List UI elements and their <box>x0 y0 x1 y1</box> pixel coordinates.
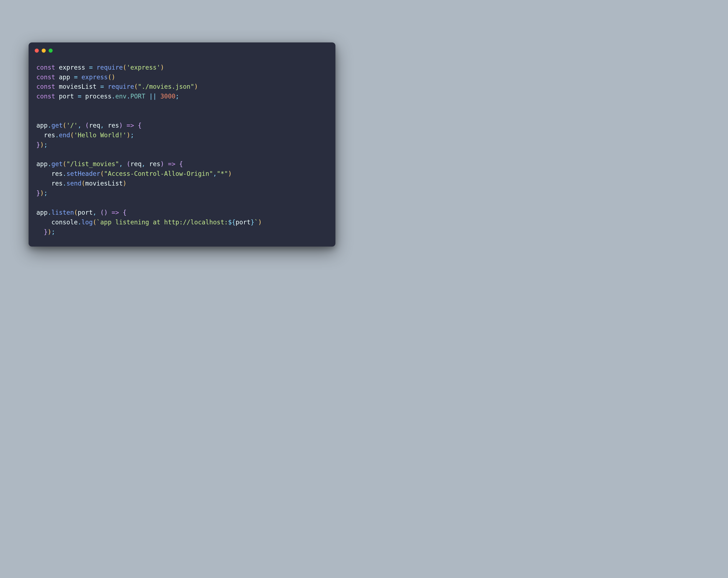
code-line-7: app.get('/', (req, res) => { <box>36 122 141 129</box>
code-line-16: app.listen(port, () => { <box>36 209 127 216</box>
code-line-13: res.send(moviesList) <box>36 180 127 187</box>
code-line-17: console.log(`app listening at http://loc… <box>36 218 262 226</box>
code-line-12: res.setHeader("Access-Control-Allow-Orig… <box>36 170 232 177</box>
minimize-icon[interactable] <box>42 49 46 53</box>
code-line-11: app.get("/list_movies", (req, res) => { <box>36 160 183 167</box>
code-editor[interactable]: const express = require('express') const… <box>29 55 335 237</box>
close-icon[interactable] <box>35 49 39 53</box>
window-titlebar <box>29 43 335 55</box>
code-line-14: }); <box>36 189 48 196</box>
zoom-icon[interactable] <box>49 49 53 53</box>
code-line-1: const express = require('express') <box>36 64 164 71</box>
code-line-8: res.end('Hello World!'); <box>36 131 134 139</box>
code-line-2: const app = express() <box>36 74 115 81</box>
code-line-9: }); <box>36 141 48 149</box>
code-line-4: const port = process.env.PORT || 3000; <box>36 93 179 100</box>
code-line-18: }); <box>36 228 55 235</box>
code-line-3: const moviesList = require("./movies.jso… <box>36 83 198 90</box>
code-window: const express = require('express') const… <box>29 43 335 247</box>
